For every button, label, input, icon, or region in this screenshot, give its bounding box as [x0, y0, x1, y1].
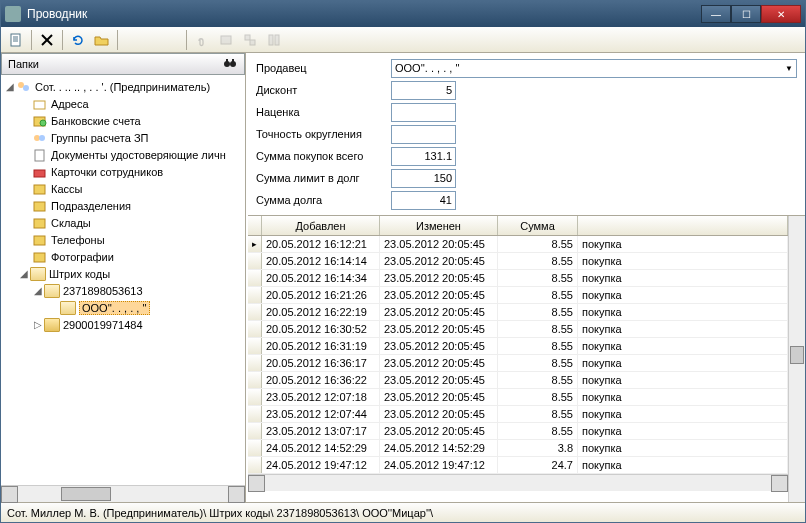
grid-hscrollbar[interactable] — [248, 474, 788, 491]
binoculars-icon[interactable] — [222, 56, 238, 72]
toolbar — [1, 27, 805, 53]
table-row[interactable]: 23.05.2012 12:07:4423.05.2012 20:05:458.… — [248, 406, 788, 423]
svg-rect-26 — [34, 219, 45, 228]
svg-rect-25 — [34, 202, 45, 211]
table-row[interactable]: 20.05.2012 16:14:3423.05.2012 20:05:458.… — [248, 270, 788, 287]
status-text: Сот. Миллер М. В. (Предприниматель)\ Штр… — [7, 507, 433, 519]
table-row[interactable]: 23.05.2012 12:07:1823.05.2012 20:05:458.… — [248, 389, 788, 406]
input-markup[interactable] — [391, 103, 456, 122]
window-title: Проводник — [27, 7, 701, 21]
tool2-icon[interactable] — [215, 29, 237, 51]
label-rounding: Точность округления — [256, 128, 391, 140]
dropdown-icon[interactable]: ▼ — [785, 64, 793, 73]
detail-panel: Продавец ООО''. . , . , ''▼ Дисконт Наце… — [246, 53, 805, 502]
svg-rect-28 — [34, 253, 45, 262]
table-row[interactable]: 24.05.2012 19:47:1224.05.2012 19:47:1224… — [248, 457, 788, 474]
svg-rect-23 — [34, 170, 45, 177]
app-icon — [5, 6, 21, 22]
tree-panel: Папки ◢Сот. . .. .. , . . '. (Предприним… — [1, 53, 246, 502]
delete-icon[interactable] — [36, 29, 58, 51]
folder-tree[interactable]: ◢Сот. . .. .. , . . '. (Предприниматель)… — [1, 75, 245, 485]
table-row[interactable]: 20.05.2012 16:36:2223.05.2012 20:05:458.… — [248, 372, 788, 389]
attach-icon[interactable] — [191, 29, 213, 51]
scroll-right-button[interactable] — [228, 486, 245, 503]
input-debt[interactable] — [391, 191, 456, 210]
input-totalbuys[interactable] — [391, 147, 456, 166]
tree-item[interactable]: Карточки сотрудников — [4, 163, 242, 180]
table-row[interactable]: 20.05.2012 16:21:2623.05.2012 20:05:458.… — [248, 287, 788, 304]
table-row[interactable]: 20.05.2012 16:30:5223.05.2012 20:05:458.… — [248, 321, 788, 338]
col-added[interactable]: Добавлен — [262, 216, 380, 235]
svg-rect-6 — [221, 36, 231, 44]
tree-header: Папки — [1, 53, 245, 75]
tree-item[interactable]: Телефоны — [4, 231, 242, 248]
label-discount: Дисконт — [256, 84, 391, 96]
table-row[interactable]: 20.05.2012 16:36:1723.05.2012 20:05:458.… — [248, 355, 788, 372]
table-row[interactable]: ▸20.05.2012 16:12:2123.05.2012 20:05:458… — [248, 236, 788, 253]
tree-item[interactable]: Адреса — [4, 95, 242, 112]
svg-rect-9 — [269, 35, 273, 45]
tree-item[interactable]: Склады — [4, 214, 242, 231]
grid-vscrollbar[interactable] — [788, 216, 805, 502]
svg-rect-17 — [34, 101, 45, 109]
grid-scroll-left[interactable] — [248, 475, 265, 492]
tree-item[interactable]: Группы расчета ЗП — [4, 129, 242, 146]
svg-point-19 — [40, 120, 46, 126]
svg-rect-7 — [245, 35, 250, 40]
label-debt: Сумма долга — [256, 194, 391, 206]
tool4-icon[interactable] — [263, 29, 285, 51]
label-markup: Наценка — [256, 106, 391, 118]
tree-item[interactable]: Фотографии — [4, 248, 242, 265]
input-rounding[interactable] — [391, 125, 456, 144]
maximize-button[interactable]: ☐ — [731, 5, 761, 23]
title-bar: Проводник — ☐ ✕ — [1, 1, 805, 27]
scroll-thumb[interactable] — [61, 487, 111, 501]
tree-barcode-2[interactable]: 2900019971484 — [63, 319, 143, 331]
minimize-button[interactable]: — — [701, 5, 731, 23]
svg-rect-14 — [232, 59, 234, 62]
svg-rect-22 — [35, 150, 44, 161]
folder-open-icon[interactable] — [91, 29, 113, 51]
tree-item[interactable]: Банковские счета — [4, 112, 242, 129]
tree-item[interactable]: Кассы — [4, 180, 242, 197]
table-row[interactable]: 23.05.2012 13:07:1723.05.2012 20:05:458.… — [248, 423, 788, 440]
svg-point-16 — [23, 85, 29, 91]
document-icon[interactable] — [5, 29, 27, 51]
form: Продавец ООО''. . , . , ''▼ Дисконт Наце… — [248, 53, 805, 215]
tree-header-label: Папки — [8, 58, 222, 70]
tree-barcode-1[interactable]: 2371898053613 — [63, 285, 143, 297]
grid-vscroll-thumb[interactable] — [790, 346, 804, 364]
tree-item[interactable]: Документы удостоверяющие личн — [4, 146, 242, 163]
svg-rect-27 — [34, 236, 45, 245]
tree-folder-barcodes[interactable]: Штрих коды — [49, 268, 110, 280]
svg-rect-0 — [11, 34, 20, 46]
input-discount[interactable] — [391, 81, 456, 100]
col-changed[interactable]: Изменен — [380, 216, 498, 235]
tree-item[interactable]: Подразделения — [4, 197, 242, 214]
col-sum[interactable]: Сумма — [498, 216, 578, 235]
transactions-grid[interactable]: Добавлен Изменен Сумма ▸20.05.2012 16:12… — [248, 216, 788, 502]
tree-hscrollbar[interactable] — [1, 485, 245, 502]
svg-point-21 — [39, 135, 45, 141]
svg-point-15 — [18, 82, 24, 88]
label-creditlimit: Сумма лимит в долг — [256, 172, 391, 184]
close-button[interactable]: ✕ — [761, 5, 801, 23]
grid-scroll-right[interactable] — [771, 475, 788, 492]
svg-rect-8 — [250, 40, 255, 45]
input-creditlimit[interactable] — [391, 169, 456, 188]
svg-rect-10 — [275, 35, 279, 45]
refresh-icon[interactable] — [67, 29, 89, 51]
label-seller: Продавец — [256, 62, 391, 74]
label-totalbuys: Сумма покупок всего — [256, 150, 391, 162]
tool3-icon[interactable] — [239, 29, 261, 51]
table-row[interactable]: 20.05.2012 16:22:1923.05.2012 20:05:458.… — [248, 304, 788, 321]
status-bar: Сот. Миллер М. В. (Предприниматель)\ Штр… — [1, 502, 805, 522]
combo-seller[interactable]: ООО''. . , . , ''▼ — [391, 59, 797, 78]
tree-root[interactable]: Сот. . .. .. , . . '. (Предприниматель) — [35, 81, 210, 93]
table-row[interactable]: 20.05.2012 16:31:1923.05.2012 20:05:458.… — [248, 338, 788, 355]
table-row[interactable]: 24.05.2012 14:52:2924.05.2012 14:52:293.… — [248, 440, 788, 457]
svg-rect-13 — [226, 59, 228, 62]
tree-selected-item[interactable]: ООО''. . , . , '' — [79, 301, 150, 315]
scroll-left-button[interactable] — [1, 486, 18, 503]
table-row[interactable]: 20.05.2012 16:14:1423.05.2012 20:05:458.… — [248, 253, 788, 270]
